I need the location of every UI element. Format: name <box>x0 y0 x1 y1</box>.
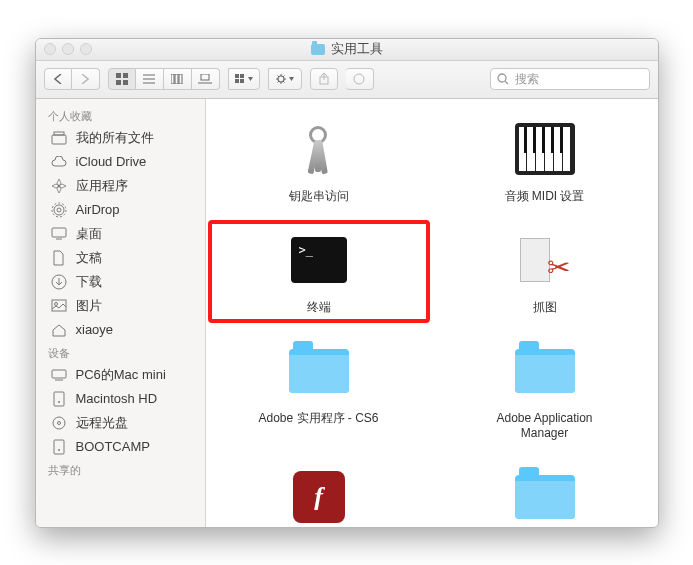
item-adobe-cs6[interactable]: Adobe 实用程序 - CS6 <box>226 339 412 441</box>
share-button[interactable] <box>310 68 338 90</box>
arrange-group <box>228 68 260 90</box>
remote-disc-icon <box>50 414 68 432</box>
svg-rect-7 <box>171 74 174 84</box>
airdrop-icon <box>50 201 68 219</box>
sidebar-item-macmini[interactable]: PC6的Mac mini <box>36 363 205 387</box>
svg-rect-12 <box>235 74 239 78</box>
search-field[interactable]: 搜索 <box>490 68 650 90</box>
svg-point-35 <box>53 417 65 429</box>
sidebar-item-bootcamp[interactable]: BOOTCAMP <box>36 435 205 459</box>
arrange-button[interactable] <box>228 68 260 90</box>
svg-point-34 <box>58 401 60 403</box>
svg-rect-10 <box>201 74 209 80</box>
sidebar-item-home[interactable]: xiaoye <box>36 318 205 342</box>
svg-point-24 <box>54 205 64 215</box>
window-title: 实用工具 <box>36 40 658 58</box>
disk-icon <box>50 390 68 408</box>
list-view-button[interactable] <box>136 68 164 90</box>
item-label: Adobe Application Manager <box>480 411 610 441</box>
folder-icon <box>311 44 325 55</box>
sidebar-item-macintosh-hd[interactable]: Macintosh HD <box>36 387 205 411</box>
folder-icon <box>513 465 577 527</box>
column-view-button[interactable] <box>164 68 192 90</box>
svg-rect-0 <box>116 73 121 78</box>
svg-rect-8 <box>175 74 178 84</box>
sidebar-item-desktop[interactable]: 桌面 <box>36 222 205 246</box>
svg-point-30 <box>54 303 57 306</box>
item-flash[interactable]: f <box>226 465 412 527</box>
minimize-dot[interactable] <box>62 43 74 55</box>
item-grab[interactable]: ✂ 抓图 <box>452 228 638 315</box>
svg-point-18 <box>354 74 364 84</box>
icon-view-button[interactable] <box>108 68 136 90</box>
nav-buttons <box>44 68 100 90</box>
terminal-icon: >_ <box>287 228 351 292</box>
sidebar-item-downloads[interactable]: 下载 <box>36 270 205 294</box>
all-files-icon <box>50 129 68 147</box>
sidebar-item-all-files[interactable]: 我的所有文件 <box>36 126 205 150</box>
search-icon <box>497 73 509 85</box>
home-icon <box>50 321 68 339</box>
zoom-dot[interactable] <box>80 43 92 55</box>
titlebar[interactable]: 实用工具 <box>36 39 658 61</box>
svg-rect-9 <box>179 74 182 84</box>
svg-rect-13 <box>240 74 244 78</box>
action-button[interactable] <box>268 68 302 90</box>
toolbar: 搜索 <box>36 61 658 99</box>
midi-icon <box>513 117 577 181</box>
svg-rect-26 <box>52 228 66 237</box>
pictures-icon <box>50 297 68 315</box>
svg-point-38 <box>58 449 60 451</box>
svg-line-20 <box>505 81 508 84</box>
file-grid: 钥匙串访问 音频 MIDI 设置 >_ 终端 ✂ 抓图 Adobe 实用程序 -… <box>206 99 658 527</box>
item-folder[interactable] <box>452 465 638 527</box>
sidebar-item-remote-disc[interactable]: 远程光盘 <box>36 411 205 435</box>
sidebar-header-shared: 共享的 <box>36 459 205 480</box>
apps-icon <box>50 177 68 195</box>
item-adobe-app-manager[interactable]: Adobe Application Manager <box>452 339 638 441</box>
flash-icon: f <box>287 465 351 527</box>
cloud-icon <box>50 153 68 171</box>
svg-rect-37 <box>54 440 64 454</box>
coverflow-view-button[interactable] <box>192 68 220 90</box>
item-label: 音频 MIDI 设置 <box>505 189 585 204</box>
sidebar: 个人收藏 我的所有文件 iCloud Drive 应用程序 AirDrop 桌面… <box>36 99 206 527</box>
svg-point-19 <box>498 74 506 82</box>
sidebar-item-airdrop[interactable]: AirDrop <box>36 198 205 222</box>
desktop-icon <box>50 225 68 243</box>
disk-icon <box>50 438 68 456</box>
svg-rect-2 <box>116 80 121 85</box>
item-label: 钥匙串访问 <box>289 189 349 204</box>
title-text: 实用工具 <box>331 40 383 58</box>
forward-button[interactable] <box>72 68 100 90</box>
folder-icon <box>513 339 577 403</box>
back-button[interactable] <box>44 68 72 90</box>
tags-button[interactable] <box>346 68 374 90</box>
sidebar-item-documents[interactable]: 文稿 <box>36 246 205 270</box>
computer-icon <box>50 366 68 384</box>
folder-icon <box>287 339 351 403</box>
sidebar-item-pictures[interactable]: 图片 <box>36 294 205 318</box>
view-buttons <box>108 68 220 90</box>
keychain-icon <box>287 117 351 181</box>
svg-rect-22 <box>54 132 64 135</box>
sidebar-item-apps[interactable]: 应用程序 <box>36 174 205 198</box>
action-group <box>268 68 302 90</box>
item-terminal[interactable]: >_ 终端 <box>226 228 412 315</box>
sidebar-header-favorites: 个人收藏 <box>36 105 205 126</box>
svg-point-23 <box>57 208 61 212</box>
sidebar-item-icloud[interactable]: iCloud Drive <box>36 150 205 174</box>
search-placeholder: 搜索 <box>515 71 539 88</box>
documents-icon <box>50 249 68 267</box>
item-midi[interactable]: 音频 MIDI 设置 <box>452 117 638 204</box>
svg-rect-21 <box>52 135 66 144</box>
sidebar-header-devices: 设备 <box>36 342 205 363</box>
item-label: 抓图 <box>533 300 557 315</box>
item-keychain[interactable]: 钥匙串访问 <box>226 117 412 204</box>
item-label: Adobe 实用程序 - CS6 <box>258 411 378 426</box>
svg-rect-33 <box>54 392 64 406</box>
close-dot[interactable] <box>44 43 56 55</box>
item-label: 终端 <box>307 300 331 315</box>
svg-rect-15 <box>240 79 244 83</box>
downloads-icon <box>50 273 68 291</box>
